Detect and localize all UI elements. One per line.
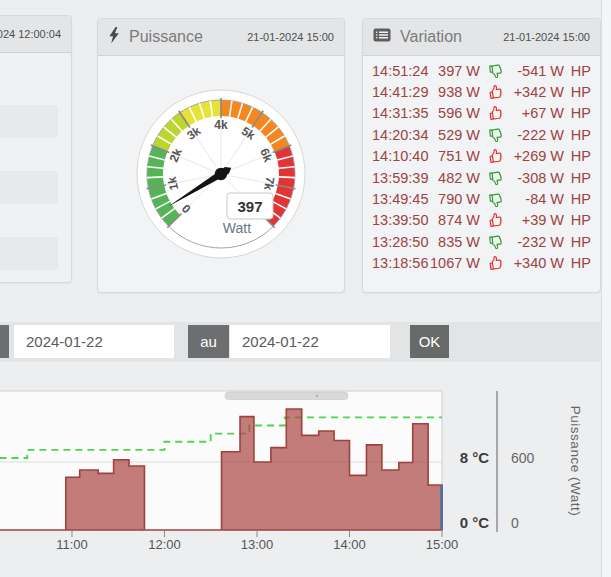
date-from-input[interactable] — [14, 325, 174, 358]
date-filter-bar: au OK — [0, 322, 601, 362]
gauge-tick-label: 4k — [214, 118, 228, 132]
variation-panel-title: Variation — [400, 28, 462, 46]
gauge-pivot — [215, 168, 227, 180]
variation-row: 13:49:45790 W-84 WHP — [372, 188, 590, 209]
variation-row: 13:18:561067 W+340 WHP — [372, 253, 590, 274]
thumbs-down-icon — [488, 127, 504, 143]
variation-tariff: HP — [564, 127, 591, 143]
variation-tariff: HP — [564, 170, 591, 186]
dashboard: -2024 12:00:04 Puissance 21-01-2024 15:0… — [0, 0, 611, 577]
lightning-bolt-icon — [108, 27, 120, 48]
left-panel-header: -2024 12:00:04 — [0, 16, 71, 53]
watt-axis-title: Puissance (Watt) — [568, 406, 583, 516]
ok-button[interactable]: OK — [410, 325, 449, 358]
variation-delta: +269 W — [512, 148, 564, 164]
variation-direction-icon — [480, 63, 512, 78]
gauge-value: 397 — [237, 198, 262, 215]
thumbs-up-icon — [488, 255, 505, 272]
variation-time: 14:10:40 — [372, 148, 428, 164]
variation-tariff: HP — [564, 212, 591, 228]
variation-row: 13:39:50874 W+39 WHP — [372, 210, 590, 231]
variation-panel: Variation 21-01-2024 15:00 14:51:24397 W… — [362, 18, 601, 293]
thumbs-down-icon — [488, 234, 504, 250]
variation-delta: +340 W — [512, 255, 564, 271]
variation-time: 13:28:50 — [372, 234, 428, 250]
left-panel: -2024 12:00:04 — [0, 15, 72, 283]
variation-row: 13:59:39482 W-308 WHP — [372, 167, 590, 188]
variation-time: 13:49:45 — [372, 191, 428, 207]
variation-direction-icon — [480, 213, 512, 228]
power-panel-timestamp: 21-01-2024 15:00 — [247, 31, 334, 43]
variation-direction-icon — [480, 106, 512, 121]
variation-time: 13:59:39 — [372, 170, 428, 186]
variation-time: 14:41:29 — [372, 84, 428, 100]
variation-delta: +67 W — [512, 105, 564, 121]
x-axis-label: 13:00 — [241, 537, 274, 552]
gauge-unit-label: Watt — [223, 220, 251, 236]
variation-row: 14:31:35596 W+67 WHP — [372, 103, 590, 124]
variation-power: 482 W — [428, 170, 480, 186]
date-to-input[interactable] — [230, 325, 390, 358]
power-panel-header: Puissance 21-01-2024 15:00 — [98, 19, 344, 56]
list-row-stripe — [0, 237, 58, 270]
temp-axis-label: 0 °C — [460, 514, 490, 531]
page-scrollbar[interactable] — [601, 0, 611, 577]
variation-panel-timestamp: 21-01-2024 15:00 — [503, 31, 590, 43]
variation-tariff: HP — [564, 148, 591, 164]
variation-delta: -541 W — [512, 63, 564, 79]
power-temperature-chart: 10:0011:0012:0013:0014:0015:008 °C0 °C60… — [0, 383, 611, 577]
variation-power: 938 W — [428, 84, 480, 100]
variation-time: 14:51:24 — [372, 63, 428, 79]
variation-power: 1067 W — [428, 255, 480, 271]
variation-delta: -222 W — [512, 127, 564, 143]
left-panel-timestamp: -2024 12:00:04 — [0, 28, 61, 40]
thumbs-up-icon — [488, 84, 505, 101]
variation-row: 14:51:24397 W-541 WHP — [372, 60, 590, 81]
variation-tariff: HP — [564, 191, 591, 207]
variation-power: 751 W — [428, 148, 480, 164]
variation-tariff: HP — [564, 255, 591, 271]
variation-delta: -232 W — [512, 234, 564, 250]
variation-delta: -308 W — [512, 170, 564, 186]
thumbs-up-icon — [488, 148, 505, 165]
variation-table: 14:51:24397 W-541 WHP14:41:29938 W+342 W… — [363, 56, 600, 274]
variation-direction-icon — [480, 149, 512, 164]
variation-direction-icon — [480, 127, 512, 142]
variation-direction-icon — [480, 256, 512, 271]
watt-axis-label: 0 — [511, 515, 519, 531]
x-axis-label: 15:00 — [426, 537, 459, 552]
variation-row: 13:28:50835 W-232 WHP — [372, 231, 590, 252]
thumbs-up-icon — [488, 212, 505, 229]
list-row-stripe — [0, 171, 58, 204]
left-panel-body — [0, 53, 71, 283]
variation-direction-icon — [480, 192, 512, 207]
thumbs-down-icon — [488, 62, 504, 78]
thumbs-down-icon — [488, 191, 504, 207]
variation-panel-header: Variation 21-01-2024 15:00 — [363, 19, 600, 56]
list-icon — [373, 28, 391, 46]
watt-axis-label: 600 — [511, 450, 535, 466]
variation-tariff: HP — [564, 63, 591, 79]
date-label-fragment — [0, 325, 9, 358]
temp-axis-label: 8 °C — [460, 449, 490, 466]
variation-tariff: HP — [564, 105, 591, 121]
variation-power: 790 W — [428, 191, 480, 207]
date-separator-label: au — [188, 325, 229, 358]
variation-row: 14:20:34529 W-222 WHP — [372, 124, 590, 145]
variation-row: 14:41:29938 W+342 WHP — [372, 81, 590, 102]
variation-power: 596 W — [428, 105, 480, 121]
thumbs-up-icon — [488, 105, 505, 122]
variation-time: 13:18:56 — [372, 255, 428, 271]
variation-delta: +39 W — [512, 212, 564, 228]
variation-direction-icon — [480, 170, 512, 185]
scrollbar-grip-dot — [316, 395, 318, 397]
variation-power: 835 W — [428, 234, 480, 250]
x-axis-label: 14:00 — [333, 537, 366, 552]
variation-delta: -84 W — [512, 191, 564, 207]
variation-tariff: HP — [564, 84, 591, 100]
x-axis-label: 12:00 — [148, 537, 181, 552]
variation-time: 14:31:35 — [372, 105, 428, 121]
chart-scrollbar-thumb[interactable] — [225, 392, 348, 400]
power-gauge: 01k2k3k4k5k6k7k8k 397 Watt — [135, 88, 307, 260]
power-panel: Puissance 21-01-2024 15:00 01k2k3k4k5k6k… — [97, 18, 345, 293]
